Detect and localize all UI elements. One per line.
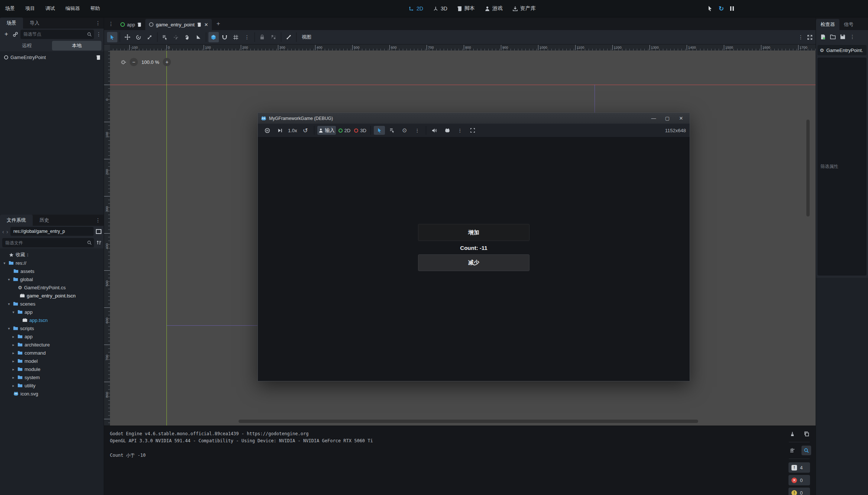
scene-dock-menu-icon[interactable]: ⋮ — [95, 20, 101, 26]
maximize-window-button[interactable]: ▢ — [662, 114, 673, 123]
fs-item-scripts-app[interactable]: ▸ app — [0, 332, 104, 341]
scene-tab-game-entry-point[interactable]: game_entry_point ✕ — [145, 19, 212, 30]
fs-favorites[interactable]: 收藏： — [0, 251, 104, 259]
chevron-down-icon[interactable]: ▾ — [7, 277, 11, 281]
ruler-tool-button[interactable] — [193, 32, 204, 42]
camera-options-menu-icon[interactable]: ⋮ — [412, 126, 423, 135]
reset-speed-icon[interactable]: ↺ — [300, 126, 311, 135]
fs-item-model[interactable]: ▸ model — [0, 357, 104, 365]
move-tool-button[interactable] — [122, 32, 133, 42]
debug-3d-button[interactable]: 3D — [353, 126, 367, 135]
chevron-down-icon[interactable]: ▾ — [11, 310, 16, 314]
fs-item-architecture[interactable]: ▸ architecture — [0, 341, 104, 349]
fs-item-command[interactable]: ▸ command — [0, 349, 104, 357]
fs-item-scenes-app[interactable]: ▾ app — [0, 308, 104, 316]
fs-item-app-tscn[interactable]: app.tscn — [0, 316, 104, 324]
camera-override-button[interactable]: ⊙ — [399, 126, 410, 135]
close-tab-icon[interactable]: ✕ — [204, 22, 208, 27]
chevron-right-icon[interactable]: ▸ — [11, 375, 16, 380]
chevron-right-icon[interactable]: ▸ — [11, 359, 16, 363]
new-resource-icon[interactable] — [820, 34, 826, 40]
filter-files-input[interactable] — [4, 240, 87, 246]
save-resource-icon[interactable] — [840, 34, 845, 39]
tab-inspector[interactable]: 检查器 — [816, 19, 839, 30]
fs-item-icon-svg[interactable]: icon.svg — [0, 390, 104, 398]
workspace-3d-button[interactable]: 3D — [433, 6, 447, 12]
split-view-icon[interactable] — [96, 229, 101, 234]
rotate-tool-button[interactable] — [133, 32, 144, 42]
grid-snap-button[interactable] — [220, 32, 230, 42]
current-path-input[interactable] — [13, 228, 91, 234]
scene-tab-app[interactable]: app — [117, 19, 146, 30]
chevron-right-icon[interactable]: ▸ — [11, 343, 16, 347]
reload-game-button[interactable]: ↻ — [719, 5, 724, 13]
filter-properties-input[interactable] — [820, 163, 864, 169]
scene-tree-menu-icon[interactable]: ⋮ — [96, 32, 101, 37]
select-tool-button[interactable] — [107, 32, 117, 42]
embed-window-icon[interactable] — [467, 126, 478, 135]
messages-badge[interactable]: ! 4 — [788, 462, 810, 473]
horizontal-scrollbar[interactable] — [239, 420, 698, 423]
tab-scene[interactable]: 场景 — [0, 17, 23, 29]
suspend-game-button[interactable] — [262, 126, 273, 135]
attached-script-icon[interactable] — [96, 55, 101, 60]
grid-toggle-button[interactable] — [231, 32, 241, 42]
lock-object-button[interactable] — [257, 32, 268, 42]
chevron-right-icon[interactable]: ▸ — [11, 384, 16, 388]
fs-item-system[interactable]: ▸ system — [0, 373, 104, 381]
scale-tool-button[interactable] — [145, 32, 155, 42]
position-select-button[interactable] — [171, 32, 181, 42]
add-node-button[interactable]: + — [2, 30, 10, 38]
search-output-button[interactable] — [801, 446, 811, 455]
scene-tab-list-icon[interactable]: ⋮ — [106, 21, 117, 26]
zoom-out-button[interactable]: − — [130, 58, 138, 66]
chevron-right-icon[interactable]: ▸ — [11, 351, 16, 355]
instance-scene-link-button[interactable] — [13, 32, 18, 37]
local-button[interactable]: 本地 — [52, 41, 101, 51]
smart-snap-button[interactable] — [208, 32, 219, 42]
tab-history[interactable]: 历史 — [33, 215, 56, 226]
tab-import[interactable]: 导入 — [23, 17, 46, 29]
collapse-duplicates-button[interactable] — [787, 446, 797, 455]
menu-project[interactable]: 项目 — [20, 0, 40, 17]
fs-item-module[interactable]: ▸ module — [0, 365, 104, 373]
workspace-script-button[interactable]: 脚本 — [457, 5, 475, 12]
center-view-icon[interactable] — [120, 59, 126, 65]
warnings-badge[interactable]: ! 0 — [788, 488, 810, 495]
chevron-down-icon[interactable]: ▾ — [7, 302, 11, 306]
game-window[interactable]: MyGFrameworkGame (DEBUG) — ▢ ✕ 1.0x ↺ 输入… — [258, 113, 690, 381]
menu-debug[interactable]: 调试 — [40, 0, 60, 17]
runtime-list-select-button[interactable] — [386, 126, 398, 135]
copy-output-button[interactable] — [801, 429, 811, 439]
close-window-button[interactable]: ✕ — [676, 114, 687, 123]
skeleton-options-button[interactable] — [284, 32, 294, 42]
canvas-extra-menu-icon[interactable]: ⋮ — [798, 35, 803, 40]
pause-game-button[interactable] — [730, 6, 734, 11]
group-object-button[interactable] — [268, 32, 279, 42]
debug-options-button[interactable] — [442, 126, 453, 135]
workspace-assetlib-button[interactable]: 资产库 — [512, 5, 536, 12]
nav-forward-button[interactable]: › — [6, 228, 8, 235]
menu-help[interactable]: 帮助 — [85, 0, 105, 17]
minimize-window-button[interactable]: — — [648, 114, 659, 123]
vertical-scrollbar[interactable] — [806, 120, 810, 216]
expand-canvas-icon[interactable] — [807, 35, 813, 40]
fs-item-scenes[interactable]: ▾ scenes — [0, 300, 104, 308]
increase-button[interactable]: 增加 — [418, 224, 529, 241]
filesystem-dock-menu-icon[interactable]: ⋮ — [95, 218, 101, 223]
errors-badge[interactable]: ✕ 0 — [788, 475, 810, 485]
zoom-percentage[interactable]: 100.0 % — [142, 59, 159, 65]
game-window-titlebar[interactable]: MyGFrameworkGame (DEBUG) — ▢ ✕ — [258, 113, 690, 124]
tab-signals[interactable]: 信号 — [839, 19, 858, 30]
input-mode-button[interactable]: 输入 — [317, 126, 336, 135]
chevron-down-icon[interactable]: ▾ — [2, 261, 7, 265]
game-select-cursor-button[interactable] — [707, 6, 713, 12]
fs-item-assets[interactable]: assets — [0, 267, 104, 275]
workspace-game-button[interactable]: 游戏 — [485, 5, 503, 12]
clear-output-button[interactable] — [787, 429, 797, 439]
menu-scene[interactable]: 场景 — [0, 0, 20, 17]
scene-tree-root-node[interactable]: GameEntryPoint — [0, 53, 104, 62]
mute-audio-button[interactable] — [429, 126, 440, 135]
chevron-right-icon[interactable]: ▸ — [11, 335, 16, 339]
fs-item-res[interactable]: ▾ res:// — [0, 259, 104, 267]
